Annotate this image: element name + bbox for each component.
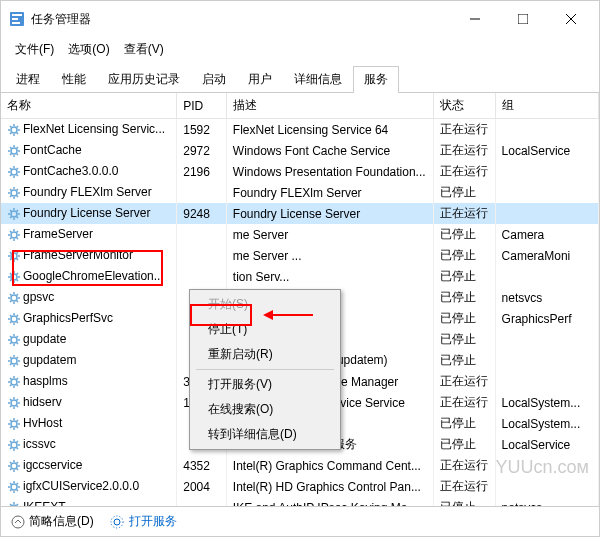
service-name: hasplms bbox=[23, 374, 68, 388]
menubar: 文件(F) 选项(O) 查看(V) bbox=[1, 37, 599, 62]
tab-0[interactable]: 进程 bbox=[5, 66, 51, 92]
brief-info-toggle[interactable]: 简略信息(D) bbox=[11, 513, 94, 530]
tab-1[interactable]: 性能 bbox=[51, 66, 97, 92]
menu-options[interactable]: 选项(O) bbox=[62, 39, 115, 60]
service-status: 正在运行 bbox=[433, 140, 495, 161]
open-services-link[interactable]: 打开服务 bbox=[110, 513, 177, 530]
table-row[interactable]: FrameServerMonitorme Server ...已停止Camera… bbox=[1, 245, 599, 266]
svg-point-9 bbox=[11, 148, 17, 154]
service-desc: me Server ... bbox=[226, 245, 433, 266]
service-group: Camera bbox=[495, 224, 598, 245]
table-row[interactable]: FrameServerme Server已停止Camera bbox=[1, 224, 599, 245]
service-pid: 2004 bbox=[177, 476, 227, 497]
service-pid bbox=[177, 182, 227, 203]
service-desc: Foundry FLEXlm Server bbox=[226, 182, 433, 203]
tab-5[interactable]: 详细信息 bbox=[283, 66, 353, 92]
service-desc: Intel(R) HD Graphics Control Pan... bbox=[226, 476, 433, 497]
titlebar: 任务管理器 bbox=[1, 1, 599, 37]
service-status: 正在运行 bbox=[433, 203, 495, 224]
svg-point-19 bbox=[11, 358, 17, 364]
service-group bbox=[495, 371, 598, 392]
svg-point-21 bbox=[11, 400, 17, 406]
maximize-button[interactable] bbox=[503, 7, 543, 31]
window-title: 任务管理器 bbox=[31, 11, 455, 28]
service-desc: FlexNet Licensing Service 64 bbox=[226, 119, 433, 141]
service-status: 已停止 bbox=[433, 287, 495, 308]
service-pid bbox=[177, 497, 227, 506]
svg-rect-2 bbox=[12, 18, 18, 20]
table-row[interactable]: FlexNet Licensing Servic...1592FlexNet L… bbox=[1, 119, 599, 141]
context-stop[interactable]: 停止(T) bbox=[192, 317, 338, 342]
col-status[interactable]: 状态 bbox=[433, 93, 495, 119]
service-pid bbox=[177, 245, 227, 266]
service-group bbox=[495, 161, 598, 182]
table-row[interactable]: FontCache2972Windows Font Cache Service正… bbox=[1, 140, 599, 161]
context-start[interactable]: 开始(S) bbox=[192, 292, 338, 317]
svg-point-31 bbox=[12, 516, 24, 528]
svg-point-18 bbox=[11, 337, 17, 343]
service-group bbox=[495, 350, 598, 371]
service-status: 正在运行 bbox=[433, 119, 495, 141]
service-group bbox=[495, 329, 598, 350]
svg-point-13 bbox=[11, 232, 17, 238]
svg-point-17 bbox=[11, 316, 17, 322]
service-desc: Foundry License Server bbox=[226, 203, 433, 224]
service-name: Foundry License Server bbox=[23, 206, 150, 220]
table-row[interactable]: igfxCUIService2.0.0.02004Intel(R) HD Gra… bbox=[1, 476, 599, 497]
table-row[interactable]: Foundry License Server9248Foundry Licens… bbox=[1, 203, 599, 224]
service-name: FlexNet Licensing Servic... bbox=[23, 122, 165, 136]
col-desc[interactable]: 描述 bbox=[226, 93, 433, 119]
statusbar: 简略信息(D) 打开服务 bbox=[1, 506, 599, 536]
context-restart[interactable]: 重新启动(R) bbox=[192, 342, 338, 367]
table-row[interactable]: GoogleChromeElevation...tion Serv...已停止 bbox=[1, 266, 599, 287]
col-group[interactable]: 组 bbox=[495, 93, 598, 119]
col-pid[interactable]: PID bbox=[177, 93, 227, 119]
svg-point-23 bbox=[11, 442, 17, 448]
svg-point-8 bbox=[11, 127, 17, 133]
service-name: gupdatem bbox=[23, 353, 76, 367]
tab-3[interactable]: 启动 bbox=[191, 66, 237, 92]
service-pid: 4352 bbox=[177, 455, 227, 476]
svg-point-32 bbox=[114, 519, 120, 525]
context-goto-details[interactable]: 转到详细信息(D) bbox=[192, 422, 338, 447]
close-button[interactable] bbox=[551, 7, 591, 31]
svg-point-10 bbox=[11, 169, 17, 175]
service-group: netsvcs bbox=[495, 287, 598, 308]
service-group bbox=[495, 476, 598, 497]
service-pid: 2196 bbox=[177, 161, 227, 182]
context-open-services[interactable]: 打开服务(V) bbox=[192, 372, 338, 397]
context-menu: 开始(S) 停止(T) 重新启动(R) 打开服务(V) 在线搜索(O) 转到详细… bbox=[189, 289, 341, 450]
table-row[interactable]: IKEEXTIKE and AuthIP IPsec Keying Mo...已… bbox=[1, 497, 599, 506]
service-pid bbox=[177, 224, 227, 245]
tab-4[interactable]: 用户 bbox=[237, 66, 283, 92]
table-row[interactable]: FontCache3.0.0.02196Windows Presentation… bbox=[1, 161, 599, 182]
svg-point-26 bbox=[11, 505, 17, 506]
svg-point-11 bbox=[11, 190, 17, 196]
svg-point-12 bbox=[11, 211, 17, 217]
menu-file[interactable]: 文件(F) bbox=[9, 39, 60, 60]
service-status: 正在运行 bbox=[433, 161, 495, 182]
service-name: icssvc bbox=[23, 437, 56, 451]
service-group: LocalSystem... bbox=[495, 392, 598, 413]
service-status: 正在运行 bbox=[433, 455, 495, 476]
service-name: FrameServerMonitor bbox=[23, 248, 133, 262]
service-group bbox=[495, 182, 598, 203]
tab-6[interactable]: 服务 bbox=[353, 66, 399, 93]
service-group: CameraMoni bbox=[495, 245, 598, 266]
col-name[interactable]: 名称 bbox=[1, 93, 177, 119]
service-group: LocalService bbox=[495, 434, 598, 455]
menu-view[interactable]: 查看(V) bbox=[118, 39, 170, 60]
service-group bbox=[495, 203, 598, 224]
service-status: 已停止 bbox=[433, 266, 495, 287]
service-name: FrameServer bbox=[23, 227, 93, 241]
service-name: igccservice bbox=[23, 458, 82, 472]
tab-2[interactable]: 应用历史记录 bbox=[97, 66, 191, 92]
brief-info-label: 简略信息(D) bbox=[29, 513, 94, 530]
table-row[interactable]: Foundry FLEXlm ServerFoundry FLEXlm Serv… bbox=[1, 182, 599, 203]
minimize-button[interactable] bbox=[455, 7, 495, 31]
context-search-online[interactable]: 在线搜索(O) bbox=[192, 397, 338, 422]
service-pid bbox=[177, 266, 227, 287]
service-name: GoogleChromeElevation... bbox=[23, 269, 164, 283]
service-status: 正在运行 bbox=[433, 476, 495, 497]
service-desc: tion Serv... bbox=[226, 266, 433, 287]
